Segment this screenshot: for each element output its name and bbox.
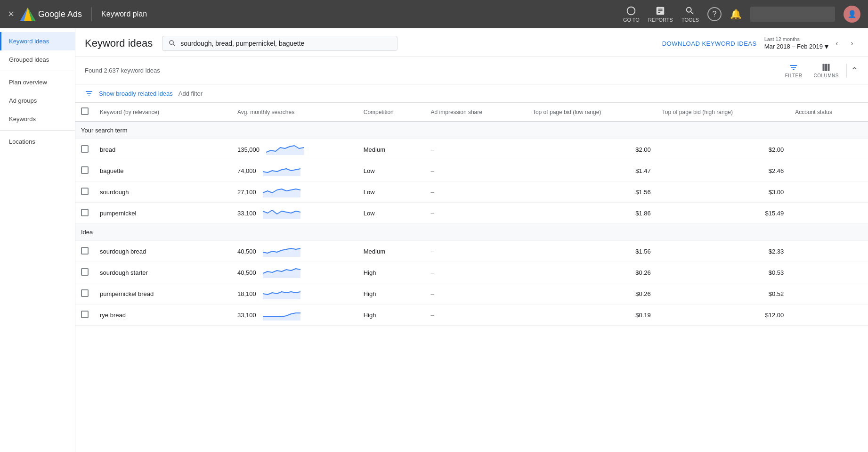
col-bid-high[interactable]: Top of page bid (high range)	[657, 103, 789, 122]
table-header-row: Keyword (by relevance) Avg. monthly sear…	[75, 103, 868, 122]
table-row: pumpernickel bread 18,100 High – $0.26 $…	[75, 283, 868, 304]
account-status-cell	[789, 203, 868, 224]
table-row: pumpernickel 33,100 Low – $1.86 $15.49	[75, 203, 868, 224]
sidebar-item-locations[interactable]: Locations	[0, 132, 75, 151]
avg-monthly-value: 33,100	[237, 210, 256, 217]
keyword-search-input[interactable]	[180, 40, 391, 47]
show-broadly-related-button[interactable]: Show broadly related ideas	[99, 90, 173, 97]
row-checkbox-cell	[75, 241, 94, 262]
date-range: Last 12 months Mar 2018 – Feb 2019 ▾ ‹ ›	[764, 36, 859, 51]
bid-high-cell: $2.00	[657, 139, 789, 160]
close-icon[interactable]: ✕	[8, 9, 15, 19]
date-prev-button[interactable]: ‹	[830, 37, 844, 50]
col-checkbox	[75, 103, 94, 122]
row-checkbox[interactable]	[81, 145, 89, 153]
sparkline	[263, 267, 300, 278]
columns-icon	[821, 63, 831, 72]
bell-icon[interactable]: 🔔	[730, 8, 742, 20]
sidebar-label-plan-overview: Plan overview	[9, 79, 47, 86]
app-body: Keyword ideas Grouped ideas Plan overvie…	[0, 28, 868, 452]
ad-impression-cell: –	[425, 203, 527, 224]
row-checkbox-cell	[75, 181, 94, 203]
date-range-value[interactable]: Mar 2018 – Feb 2019 ▾	[764, 42, 828, 51]
svg-rect-5	[828, 64, 830, 71]
col-keyword[interactable]: Keyword (by relevance)	[94, 103, 232, 122]
keyword-cell: sourdough	[94, 181, 232, 203]
ad-impression-cell: –	[425, 181, 527, 203]
search-icon	[168, 39, 177, 48]
sidebar-item-keyword-ideas[interactable]: Keyword ideas	[0, 32, 75, 50]
sidebar: Keyword ideas Grouped ideas Plan overvie…	[0, 28, 75, 452]
reports-button[interactable]: REPORTS	[648, 6, 673, 23]
sidebar-item-keywords[interactable]: Keywords	[0, 110, 75, 128]
columns-label: COLUMNS	[813, 73, 839, 78]
ki-toolbar: Found 2,637 keyword ideas FILTER COLUMNS…	[75, 57, 868, 84]
bid-high-cell: $2.33	[657, 241, 789, 262]
row-checkbox[interactable]	[81, 289, 89, 297]
found-text: Found 2,637 keyword ideas	[85, 67, 778, 74]
sidebar-item-ad-groups[interactable]: Ad groups	[0, 91, 75, 110]
table-row: baguette 74,000 Low – $1.47 $2.46	[75, 160, 868, 181]
row-checkbox-cell	[75, 283, 94, 304]
row-checkbox[interactable]	[81, 188, 89, 195]
avg-monthly-cell: 33,100	[232, 304, 358, 326]
sidebar-item-grouped-ideas[interactable]: Grouped ideas	[0, 50, 75, 69]
col-bid-low[interactable]: Top of page bid (low range)	[527, 103, 657, 122]
bid-high-cell: $2.46	[657, 160, 789, 181]
col-competition[interactable]: Competition	[358, 103, 425, 122]
row-checkbox[interactable]	[81, 166, 89, 174]
account-search[interactable]	[750, 7, 835, 22]
competition-cell: High	[358, 283, 425, 304]
col-account-status[interactable]: Account status	[789, 103, 868, 122]
avatar[interactable]: 👤	[844, 6, 860, 23]
account-status-cell	[789, 304, 868, 326]
tools-button[interactable]: TOOLS	[681, 6, 699, 23]
ad-impression-cell: –	[425, 160, 527, 181]
row-checkbox[interactable]	[81, 209, 89, 216]
sparkline	[263, 207, 300, 219]
row-checkbox[interactable]	[81, 311, 89, 318]
competition-cell: High	[358, 262, 425, 283]
table-row: sourdough starter 40,500 High – $0.26 $0…	[75, 262, 868, 283]
row-checkbox[interactable]	[81, 268, 89, 276]
competition-cell: Low	[358, 181, 425, 203]
bid-low-cell: $0.19	[527, 304, 657, 326]
download-keyword-ideas-button[interactable]: DOWNLOAD KEYWORD IDEAS	[662, 40, 757, 47]
sparkline	[266, 144, 304, 155]
nav-right: GO TO REPORTS TOOLS ? 🔔 👤	[623, 6, 860, 23]
row-checkbox-cell	[75, 160, 94, 181]
columns-button[interactable]: COLUMNS	[810, 61, 843, 80]
filter-button[interactable]: FILTER	[781, 61, 806, 80]
goto-label: GO TO	[623, 17, 640, 23]
sidebar-label-grouped-ideas: Grouped ideas	[9, 56, 49, 63]
toolbar-right: FILTER COLUMNS ⌃	[781, 61, 859, 80]
select-all-checkbox[interactable]	[81, 107, 89, 115]
collapse-button[interactable]: ⌃	[851, 65, 859, 76]
help-button[interactable]: ?	[707, 7, 722, 21]
col-ad-impression[interactable]: Ad impression share	[425, 103, 527, 122]
date-next-button[interactable]: ›	[845, 37, 859, 50]
filter-row: Show broadly related ideas Add filter	[75, 84, 868, 103]
sidebar-label-ad-groups: Ad groups	[9, 97, 37, 104]
filter-icon	[789, 63, 798, 72]
row-checkbox[interactable]	[81, 247, 89, 255]
ad-impression-cell: –	[425, 304, 527, 326]
section-header-row: Idea	[75, 224, 868, 241]
avg-monthly-cell: 33,100	[232, 203, 358, 224]
bid-low-cell: $1.47	[527, 160, 657, 181]
sidebar-item-plan-overview[interactable]: Plan overview	[0, 73, 75, 91]
avg-monthly-value: 27,100	[237, 189, 256, 196]
account-status-cell	[789, 241, 868, 262]
competition-cell: Medium	[358, 241, 425, 262]
keyword-search-box[interactable]	[162, 36, 397, 51]
sidebar-divider-2	[0, 130, 75, 131]
competition-cell: High	[358, 304, 425, 326]
goto-button[interactable]: GO TO	[623, 6, 640, 23]
add-filter-button[interactable]: Add filter	[178, 90, 203, 97]
keyword-cell: pumpernickel	[94, 203, 232, 224]
ki-title: Keyword ideas	[85, 37, 153, 49]
bid-low-cell: $1.56	[527, 181, 657, 203]
sidebar-label-keyword-ideas: Keyword ideas	[9, 38, 49, 45]
bid-low-cell: $0.26	[527, 262, 657, 283]
col-avg-monthly[interactable]: Avg. monthly searches	[232, 103, 358, 122]
